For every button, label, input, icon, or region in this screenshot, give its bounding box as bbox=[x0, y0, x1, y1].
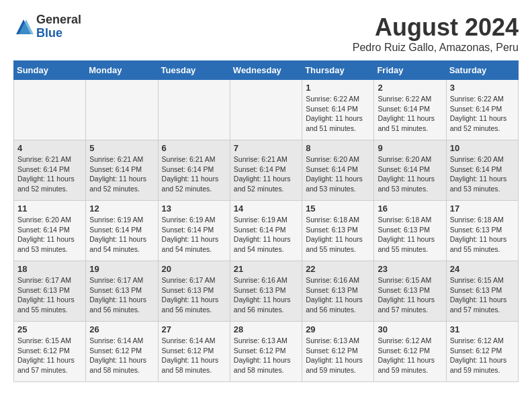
day-info: Sunrise: 6:18 AM Sunset: 6:13 PM Dayligh… bbox=[306, 215, 370, 255]
logo-icon bbox=[13, 17, 34, 37]
main-title: August 2024 bbox=[353, 13, 519, 42]
day-number: 3 bbox=[450, 83, 515, 93]
calendar-body: 1Sunrise: 6:22 AM Sunset: 6:14 PM Daylig… bbox=[14, 80, 519, 382]
calendar-cell: 17Sunrise: 6:18 AM Sunset: 6:13 PM Dayli… bbox=[446, 201, 518, 261]
day-info: Sunrise: 6:17 AM Sunset: 6:13 PM Dayligh… bbox=[162, 275, 226, 315]
day-info: Sunrise: 6:19 AM Sunset: 6:14 PM Dayligh… bbox=[234, 215, 298, 255]
header: General Blue August 2024 Pedro Ruiz Gall… bbox=[13, 13, 519, 54]
day-number: 7 bbox=[234, 143, 298, 153]
day-info: Sunrise: 6:21 AM Sunset: 6:14 PM Dayligh… bbox=[17, 154, 82, 194]
day-info: Sunrise: 6:14 AM Sunset: 6:12 PM Dayligh… bbox=[162, 336, 226, 375]
calendar-cell: 18Sunrise: 6:17 AM Sunset: 6:13 PM Dayli… bbox=[14, 261, 86, 322]
day-number: 31 bbox=[450, 324, 515, 334]
day-info: Sunrise: 6:20 AM Sunset: 6:14 PM Dayligh… bbox=[450, 154, 515, 194]
day-number: 18 bbox=[17, 264, 82, 274]
calendar-cell: 31Sunrise: 6:12 AM Sunset: 6:12 PM Dayli… bbox=[446, 322, 518, 382]
day-info: Sunrise: 6:16 AM Sunset: 6:13 PM Dayligh… bbox=[234, 275, 298, 315]
day-info: Sunrise: 6:22 AM Sunset: 6:14 PM Dayligh… bbox=[378, 94, 442, 134]
calendar-cell: 2Sunrise: 6:22 AM Sunset: 6:14 PM Daylig… bbox=[374, 80, 446, 140]
day-number: 12 bbox=[89, 203, 154, 214]
day-number: 16 bbox=[378, 203, 442, 214]
calendar-cell: 23Sunrise: 6:15 AM Sunset: 6:13 PM Dayli… bbox=[374, 261, 446, 322]
day-number: 14 bbox=[234, 203, 298, 214]
calendar-cell: 21Sunrise: 6:16 AM Sunset: 6:13 PM Dayli… bbox=[230, 261, 302, 322]
calendar-week-row: 4Sunrise: 6:21 AM Sunset: 6:14 PM Daylig… bbox=[14, 140, 519, 201]
day-info: Sunrise: 6:12 AM Sunset: 6:12 PM Dayligh… bbox=[378, 336, 442, 375]
calendar-cell bbox=[86, 80, 158, 140]
day-number: 21 bbox=[234, 264, 298, 274]
calendar-cell: 6Sunrise: 6:21 AM Sunset: 6:14 PM Daylig… bbox=[158, 140, 230, 201]
calendar-week-row: 1Sunrise: 6:22 AM Sunset: 6:14 PM Daylig… bbox=[14, 80, 519, 140]
day-number: 10 bbox=[450, 143, 515, 153]
logo-text: General Blue bbox=[36, 13, 81, 40]
calendar-header-row: SundayMondayTuesdayWednesdayThursdayFrid… bbox=[14, 61, 519, 80]
calendar-cell: 28Sunrise: 6:13 AM Sunset: 6:12 PM Dayli… bbox=[230, 322, 302, 382]
day-number: 4 bbox=[17, 143, 82, 153]
day-number: 1 bbox=[306, 83, 370, 93]
day-info: Sunrise: 6:15 AM Sunset: 6:13 PM Dayligh… bbox=[378, 275, 442, 315]
day-number: 17 bbox=[450, 203, 515, 214]
day-number: 19 bbox=[89, 264, 154, 274]
day-info: Sunrise: 6:21 AM Sunset: 6:14 PM Dayligh… bbox=[234, 154, 298, 194]
day-info: Sunrise: 6:22 AM Sunset: 6:14 PM Dayligh… bbox=[306, 94, 370, 134]
calendar-cell: 3Sunrise: 6:22 AM Sunset: 6:14 PM Daylig… bbox=[446, 80, 518, 140]
calendar-table: SundayMondayTuesdayWednesdayThursdayFrid… bbox=[13, 60, 519, 382]
day-number: 30 bbox=[378, 324, 442, 334]
day-number: 11 bbox=[17, 203, 82, 214]
day-info: Sunrise: 6:18 AM Sunset: 6:13 PM Dayligh… bbox=[450, 215, 515, 255]
day-info: Sunrise: 6:14 AM Sunset: 6:12 PM Dayligh… bbox=[89, 336, 154, 375]
day-info: Sunrise: 6:15 AM Sunset: 6:13 PM Dayligh… bbox=[450, 275, 515, 315]
logo-general: General bbox=[36, 13, 81, 27]
calendar-cell: 14Sunrise: 6:19 AM Sunset: 6:14 PM Dayli… bbox=[230, 201, 302, 261]
calendar-week-row: 25Sunrise: 6:15 AM Sunset: 6:12 PM Dayli… bbox=[14, 322, 519, 382]
calendar-cell: 9Sunrise: 6:20 AM Sunset: 6:14 PM Daylig… bbox=[374, 140, 446, 201]
calendar-cell bbox=[158, 80, 230, 140]
day-info: Sunrise: 6:21 AM Sunset: 6:14 PM Dayligh… bbox=[89, 154, 154, 194]
day-number: 8 bbox=[306, 143, 370, 153]
day-number: 22 bbox=[306, 264, 370, 274]
calendar-cell: 12Sunrise: 6:19 AM Sunset: 6:14 PM Dayli… bbox=[86, 201, 158, 261]
day-info: Sunrise: 6:12 AM Sunset: 6:12 PM Dayligh… bbox=[450, 336, 515, 375]
calendar-cell: 30Sunrise: 6:12 AM Sunset: 6:12 PM Dayli… bbox=[374, 322, 446, 382]
day-number: 13 bbox=[162, 203, 226, 214]
calendar-cell: 4Sunrise: 6:21 AM Sunset: 6:14 PM Daylig… bbox=[14, 140, 86, 201]
subtitle: Pedro Ruiz Gallo, Amazonas, Peru bbox=[353, 42, 519, 54]
day-info: Sunrise: 6:17 AM Sunset: 6:13 PM Dayligh… bbox=[17, 275, 82, 315]
day-number: 24 bbox=[450, 264, 515, 274]
calendar-cell: 20Sunrise: 6:17 AM Sunset: 6:13 PM Dayli… bbox=[158, 261, 230, 322]
calendar-week-row: 11Sunrise: 6:20 AM Sunset: 6:14 PM Dayli… bbox=[14, 201, 519, 261]
day-header-monday: Monday bbox=[86, 61, 158, 80]
calendar-cell bbox=[14, 80, 86, 140]
calendar-cell: 25Sunrise: 6:15 AM Sunset: 6:12 PM Dayli… bbox=[14, 322, 86, 382]
title-area: August 2024 Pedro Ruiz Gallo, Amazonas, … bbox=[353, 13, 519, 54]
calendar-cell: 24Sunrise: 6:15 AM Sunset: 6:13 PM Dayli… bbox=[446, 261, 518, 322]
day-info: Sunrise: 6:20 AM Sunset: 6:14 PM Dayligh… bbox=[17, 215, 82, 255]
calendar-cell: 26Sunrise: 6:14 AM Sunset: 6:12 PM Dayli… bbox=[86, 322, 158, 382]
day-number: 2 bbox=[378, 83, 442, 93]
day-info: Sunrise: 6:15 AM Sunset: 6:12 PM Dayligh… bbox=[17, 336, 82, 375]
calendar-cell: 22Sunrise: 6:16 AM Sunset: 6:13 PM Dayli… bbox=[302, 261, 374, 322]
calendar-cell: 7Sunrise: 6:21 AM Sunset: 6:14 PM Daylig… bbox=[230, 140, 302, 201]
day-info: Sunrise: 6:16 AM Sunset: 6:13 PM Dayligh… bbox=[306, 275, 370, 315]
day-header-tuesday: Tuesday bbox=[158, 61, 230, 80]
calendar-cell bbox=[230, 80, 302, 140]
calendar-cell: 8Sunrise: 6:20 AM Sunset: 6:14 PM Daylig… bbox=[302, 140, 374, 201]
day-info: Sunrise: 6:17 AM Sunset: 6:13 PM Dayligh… bbox=[89, 275, 154, 315]
day-number: 26 bbox=[89, 324, 154, 334]
day-info: Sunrise: 6:22 AM Sunset: 6:14 PM Dayligh… bbox=[450, 94, 515, 134]
day-info: Sunrise: 6:13 AM Sunset: 6:12 PM Dayligh… bbox=[306, 336, 370, 375]
day-number: 5 bbox=[89, 143, 154, 153]
calendar-cell: 29Sunrise: 6:13 AM Sunset: 6:12 PM Dayli… bbox=[302, 322, 374, 382]
calendar-cell: 10Sunrise: 6:20 AM Sunset: 6:14 PM Dayli… bbox=[446, 140, 518, 201]
day-info: Sunrise: 6:13 AM Sunset: 6:12 PM Dayligh… bbox=[234, 336, 298, 375]
day-number: 6 bbox=[162, 143, 226, 153]
day-number: 27 bbox=[162, 324, 226, 334]
day-number: 29 bbox=[306, 324, 370, 334]
day-number: 15 bbox=[306, 203, 370, 214]
day-header-wednesday: Wednesday bbox=[230, 61, 302, 80]
day-info: Sunrise: 6:20 AM Sunset: 6:14 PM Dayligh… bbox=[378, 154, 442, 194]
logo: General Blue bbox=[13, 13, 81, 40]
day-number: 9 bbox=[378, 143, 442, 153]
calendar-cell: 16Sunrise: 6:18 AM Sunset: 6:13 PM Dayli… bbox=[374, 201, 446, 261]
day-number: 25 bbox=[17, 324, 82, 334]
